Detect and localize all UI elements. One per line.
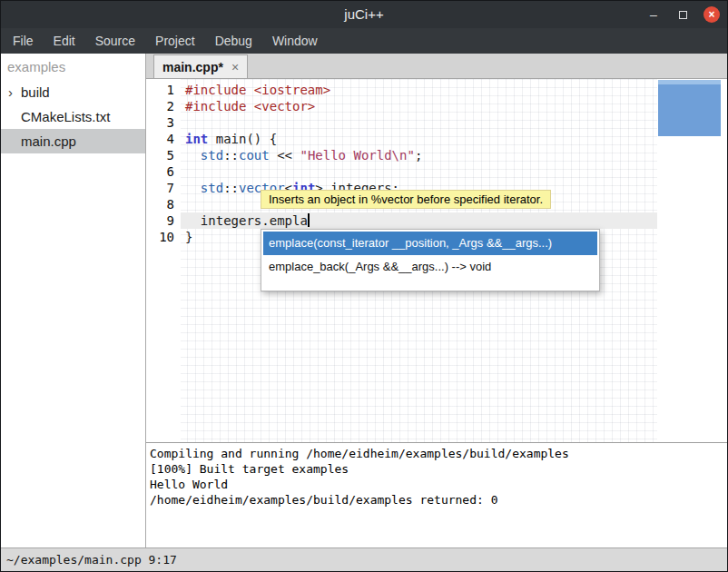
tab-close-icon[interactable]: × [231, 61, 239, 74]
terminal-line: [100%] Built target examples [150, 461, 727, 477]
main-area: examples ›buildCMakeLists.txtmain.cpp ma… [1, 54, 727, 547]
menu-item-debug[interactable]: Debug [205, 28, 262, 54]
menu-bar: FileEditSourceProjectDebugWindow [1, 28, 727, 54]
maximize-icon [679, 11, 687, 19]
line-number: 1 [146, 82, 174, 98]
line-number: 3 [146, 114, 174, 131]
file-tree: ›buildCMakeLists.txtmain.cpp [1, 80, 145, 153]
menu-item-edit[interactable]: Edit [44, 28, 85, 54]
terminal-output[interactable]: Compiling and running /home/eidheim/exam… [146, 443, 727, 547]
app-window: juCi++ – × FileEditSourceProjectDebugWin… [0, 0, 728, 572]
tab-label: main.cpp* [162, 60, 223, 74]
window-title: juCi++ [1, 1, 727, 28]
line-number: 8 [146, 196, 174, 212]
tree-item-main-cpp[interactable]: main.cpp [1, 129, 145, 153]
code-line-2[interactable]: #include <vector> [181, 98, 657, 114]
tree-item-cmakelists-txt[interactable]: CMakeLists.txt [1, 104, 145, 129]
code-lines[interactable]: #include <iostream>#include <vector>int … [181, 82, 657, 245]
doc-tooltip: Inserts an object in %vector before spec… [261, 190, 551, 209]
minimize-button[interactable]: – [645, 6, 662, 23]
autocomplete-popup: emplace(const_iterator __position, _Args… [261, 229, 600, 291]
tab-main-cpp[interactable]: main.cpp* × [153, 54, 248, 78]
code-line-5[interactable]: std::cout << "Hello World\n"; [181, 147, 657, 163]
sidebar: examples ›buildCMakeLists.txtmain.cpp [1, 54, 146, 547]
line-number: 5 [146, 147, 174, 163]
terminal-line: /home/eidheim/examples/build/examples re… [150, 492, 727, 508]
overview-visible-region[interactable] [658, 84, 721, 136]
line-number: 2 [146, 98, 174, 114]
code-editor[interactable]: 12345678910 #include <iostream>#include … [146, 79, 727, 442]
window-controls: – × [645, 1, 720, 28]
editor-pane: main.cpp* × 12345678910 #include <iostre… [146, 54, 727, 547]
line-number: 10 [146, 229, 174, 245]
line-number: 4 [146, 131, 174, 147]
title-bar[interactable]: juCi++ – × [1, 1, 727, 28]
maximize-button[interactable] [674, 6, 691, 23]
line-number: 6 [146, 163, 174, 180]
autocomplete-item-1[interactable]: emplace_back(_Args &&__args...) --> void [263, 255, 597, 279]
menu-item-file[interactable]: File [3, 28, 44, 54]
text-cursor [308, 213, 310, 227]
code-line-4[interactable]: int main() { [181, 131, 657, 147]
menu-item-project[interactable]: Project [145, 28, 205, 54]
line-number: 9 [146, 212, 174, 229]
project-name: examples [1, 54, 145, 80]
close-icon: × [708, 8, 714, 21]
chevron-right-icon[interactable]: › [8, 80, 13, 104]
tab-bar: main.cpp* × [146, 54, 727, 79]
tree-item-label: build [21, 84, 50, 100]
terminal-line: Compiling and running /home/eidheim/exam… [150, 446, 727, 461]
tree-item-label: CMakeLists.txt [21, 109, 110, 124]
tree-item-label: main.cpp [21, 133, 76, 149]
overview-map[interactable] [657, 79, 727, 442]
code-line-6[interactable] [181, 163, 657, 180]
status-bar: ~/examples/main.cpp 9:17 [1, 547, 727, 571]
code-line-3[interactable] [181, 114, 657, 131]
line-number: 7 [146, 180, 174, 196]
menu-item-source[interactable]: Source [85, 28, 145, 54]
code-line-1[interactable]: #include <iostream> [181, 82, 657, 98]
autocomplete-item-0[interactable]: emplace(const_iterator __position, _Args… [263, 232, 597, 255]
close-button[interactable]: × [703, 6, 720, 23]
line-number-gutter: 12345678910 [146, 79, 181, 442]
terminal-line: Hello World [150, 477, 727, 492]
status-path-position: ~/examples/main.cpp 9:17 [6, 553, 177, 567]
menu-item-window[interactable]: Window [262, 28, 328, 54]
tree-item-build[interactable]: ›build [1, 80, 145, 104]
code-line-9[interactable]: integers.empla [181, 212, 657, 229]
